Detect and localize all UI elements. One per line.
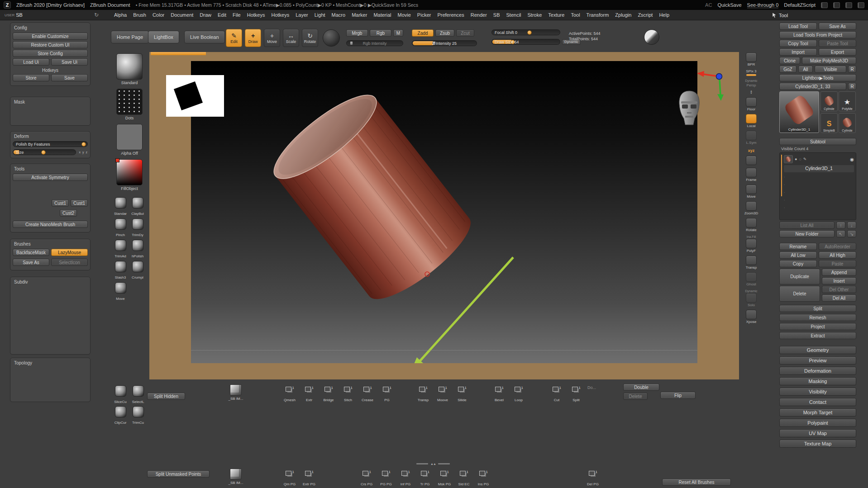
paint-icon[interactable]: ✎ (803, 157, 807, 161)
menu-item[interactable]: Color (149, 10, 167, 19)
quick-brush[interactable]: Slash3 (112, 261, 129, 280)
pg-action[interactable]: 1Inf PG (396, 469, 415, 487)
pg-action[interactable]: 1Ins PG (474, 469, 492, 487)
axis-gizmo[interactable] (683, 69, 729, 110)
subtool-item-row[interactable]: ● ◌ ✎ ◉ (784, 154, 854, 164)
pg-action[interactable]: 1PG PG (377, 469, 395, 487)
menu-item[interactable]: Macro (329, 10, 349, 19)
frame-icon[interactable] (746, 168, 757, 177)
lsym-icon[interactable] (746, 131, 757, 140)
mesh-action[interactable]: 1Bridge (320, 385, 338, 403)
backfacemask-button[interactable]: BackfaceMask (13, 249, 49, 256)
tool-palette-header[interactable]: Tool (772, 10, 788, 20)
tool-section-header[interactable]: Contact (779, 398, 856, 406)
insert-button[interactable]: Insert (822, 277, 856, 284)
menu-item[interactable]: Alpha (111, 10, 130, 19)
ghost-icon[interactable] (746, 272, 757, 282)
goz-all-button[interactable]: All (798, 66, 813, 73)
brush-preview-orb-icon[interactable] (323, 29, 340, 47)
xpose-icon[interactable] (746, 310, 757, 319)
lightbox-button[interactable]: LightBox (148, 31, 179, 43)
current-stroke-thumb[interactable] (116, 89, 143, 115)
zsub-button[interactable]: Zsub (435, 29, 454, 37)
menu-item[interactable]: Brush (130, 10, 149, 19)
mesh-action[interactable]: 1Extr (300, 385, 318, 403)
restore-custom-ui-button[interactable]: Restore Custom UI (13, 41, 88, 48)
cust1-button-a[interactable]: Cust1 (52, 199, 69, 207)
subtool-subsection-header[interactable]: Remesh (779, 314, 856, 321)
del-pg-action[interactable]: 1Del PG (584, 469, 602, 487)
menu-item[interactable]: Transform (583, 10, 612, 19)
duplicate-button[interactable]: Duplicate (779, 269, 820, 284)
enable-customize-button[interactable]: Enable Customize (13, 33, 88, 40)
quicksave-button[interactable]: QuickSave (717, 2, 741, 8)
menu-item[interactable]: Tool (568, 10, 583, 19)
active-tool-thumb[interactable]: Cylinder3D_1 (779, 91, 819, 133)
paste-tool-button[interactable]: Paste Tool (819, 40, 856, 47)
sb-import-tool-1[interactable]: _SB IM... (226, 384, 246, 401)
all-high-button[interactable]: All High (819, 251, 856, 259)
quick-brush[interactable]: Crumpl (129, 261, 146, 280)
delete-subtool-button[interactable]: Delete (779, 286, 820, 302)
bottom-brush[interactable]: SliceCu (112, 385, 129, 405)
tool-section-header[interactable]: Deformation (779, 367, 856, 375)
pg-action[interactable]: 1Tr PG (416, 469, 434, 487)
goz-r-button[interactable]: R (848, 66, 856, 73)
transp-icon[interactable] (746, 256, 757, 265)
move-hand-icon[interactable] (746, 185, 757, 194)
local-icon[interactable] (746, 114, 757, 123)
tool-section-header[interactable]: Visibility (779, 388, 856, 396)
menu-item[interactable]: Zscript (634, 10, 656, 19)
tool-section-header[interactable]: Preview (779, 356, 856, 365)
all-low-button[interactable]: All Low (779, 251, 817, 259)
save-as-button[interactable]: Save As (819, 23, 856, 30)
menu-item[interactable]: SB (490, 10, 503, 19)
menu-item[interactable]: Layer (292, 10, 311, 19)
palette-dock-icon[interactable] (833, 2, 840, 8)
quick-brush[interactable]: Standar (112, 197, 129, 217)
size-axis-toggle[interactable]: x y z (79, 151, 88, 154)
delete-geometry-button[interactable]: Delete (623, 393, 648, 400)
load-ui-button[interactable]: Load Ui (13, 58, 49, 66)
pg-action[interactable]: 1Msk PG (435, 469, 453, 487)
cust2-button[interactable]: Cust2 (60, 209, 77, 217)
tool-thumb-cylinder[interactable]: Cylinde (820, 91, 838, 111)
folder-up-icon[interactable]: ↖ (836, 230, 845, 237)
menu-item[interactable]: Light (311, 10, 329, 19)
menu-item[interactable]: Help (656, 10, 672, 19)
quick-brush[interactable]: ClayBui (129, 197, 146, 217)
subtool-down-icon[interactable]: ↓ (847, 222, 856, 229)
visibility-dot-icon[interactable]: ● (795, 157, 797, 161)
subtool-subsection-header[interactable]: Extract (779, 332, 856, 339)
tool-section-header[interactable]: Masking (779, 377, 856, 385)
quick-brush[interactable]: Move (112, 282, 129, 302)
move-mode-button[interactable]: +Move (264, 29, 280, 47)
subtool-up-icon[interactable]: ↑ (836, 222, 845, 229)
see-through-slider[interactable]: See-through 0 (747, 2, 779, 8)
transform-action[interactable]: 1Moove (434, 385, 452, 403)
rename-button[interactable]: Rename (779, 243, 817, 250)
activate-symmetry-button[interactable]: Activate Symmetry (13, 174, 88, 181)
goz-visible-button[interactable]: Visible (815, 66, 846, 73)
color-picker-thumb[interactable] (116, 159, 143, 185)
current-alpha-thumb[interactable] (116, 124, 143, 150)
quick-brush[interactable]: TrimDy (129, 218, 146, 238)
zcut-button[interactable]: Zcut (456, 29, 474, 37)
divider-toggle-icon[interactable] (845, 2, 852, 8)
bpr-icon[interactable] (746, 52, 757, 62)
eye-icon[interactable]: ◉ (850, 157, 854, 162)
goz-button[interactable]: GoZ (779, 66, 796, 73)
size-slider[interactable]: Size (13, 149, 76, 155)
bottom-brush[interactable]: TrimCu (130, 406, 146, 426)
edge-action[interactable]: 1Loop (510, 385, 528, 403)
default-zscript-button[interactable]: DefaultZScript (784, 2, 816, 8)
ui-grid-icon[interactable] (858, 2, 864, 8)
tray-expander[interactable]: ▲▲ (416, 462, 450, 465)
quick-brush[interactable]: Pinch (112, 218, 129, 238)
visibility-ring-icon[interactable]: ◌ (799, 157, 801, 161)
refresh-icon[interactable]: ↻ (94, 12, 99, 18)
spix-slider[interactable] (746, 74, 756, 76)
magnet-icon[interactable] (746, 156, 757, 165)
tool-section-header[interactable]: Morph Target (779, 408, 856, 417)
solo-icon[interactable] (746, 293, 757, 303)
